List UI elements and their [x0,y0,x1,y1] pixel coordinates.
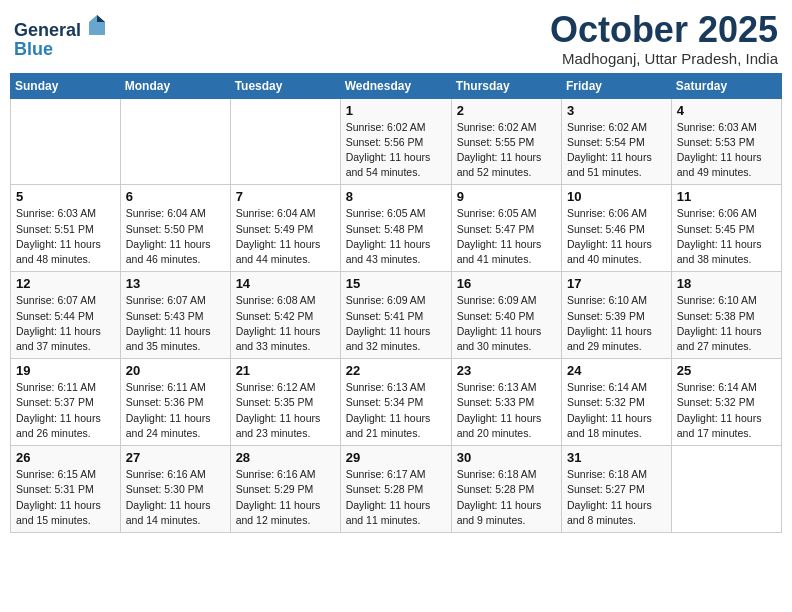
calendar-cell: 28Sunrise: 6:16 AMSunset: 5:29 PMDayligh… [230,446,340,533]
day-info: Sunrise: 6:18 AMSunset: 5:28 PMDaylight:… [457,467,556,528]
day-number: 22 [346,363,446,378]
calendar-cell [230,98,340,185]
day-info: Sunrise: 6:02 AMSunset: 5:54 PMDaylight:… [567,120,666,181]
day-number: 12 [16,276,115,291]
calendar-cell: 27Sunrise: 6:16 AMSunset: 5:30 PMDayligh… [120,446,230,533]
logo-text: General [14,14,106,41]
calendar-cell: 13Sunrise: 6:07 AMSunset: 5:43 PMDayligh… [120,272,230,359]
calendar-cell: 12Sunrise: 6:07 AMSunset: 5:44 PMDayligh… [11,272,121,359]
day-number: 7 [236,189,335,204]
calendar-cell: 4Sunrise: 6:03 AMSunset: 5:53 PMDaylight… [671,98,781,185]
day-number: 18 [677,276,776,291]
weekday-header: Thursday [451,73,561,98]
day-number: 31 [567,450,666,465]
day-number: 21 [236,363,335,378]
calendar-cell: 21Sunrise: 6:12 AMSunset: 5:35 PMDayligh… [230,359,340,446]
month-title: October 2025 [550,10,778,50]
calendar-cell: 11Sunrise: 6:06 AMSunset: 5:45 PMDayligh… [671,185,781,272]
calendar-cell: 2Sunrise: 6:02 AMSunset: 5:55 PMDaylight… [451,98,561,185]
day-info: Sunrise: 6:14 AMSunset: 5:32 PMDaylight:… [677,380,776,441]
day-number: 30 [457,450,556,465]
calendar-cell: 7Sunrise: 6:04 AMSunset: 5:49 PMDaylight… [230,185,340,272]
calendar-cell: 29Sunrise: 6:17 AMSunset: 5:28 PMDayligh… [340,446,451,533]
day-info: Sunrise: 6:11 AMSunset: 5:37 PMDaylight:… [16,380,115,441]
calendar-cell: 14Sunrise: 6:08 AMSunset: 5:42 PMDayligh… [230,272,340,359]
day-info: Sunrise: 6:07 AMSunset: 5:44 PMDaylight:… [16,293,115,354]
calendar-cell: 6Sunrise: 6:04 AMSunset: 5:50 PMDaylight… [120,185,230,272]
calendar-week-row: 26Sunrise: 6:15 AMSunset: 5:31 PMDayligh… [11,446,782,533]
day-number: 26 [16,450,115,465]
day-info: Sunrise: 6:13 AMSunset: 5:33 PMDaylight:… [457,380,556,441]
day-number: 3 [567,103,666,118]
day-info: Sunrise: 6:07 AMSunset: 5:43 PMDaylight:… [126,293,225,354]
calendar-cell: 20Sunrise: 6:11 AMSunset: 5:36 PMDayligh… [120,359,230,446]
day-info: Sunrise: 6:10 AMSunset: 5:38 PMDaylight:… [677,293,776,354]
day-number: 23 [457,363,556,378]
day-info: Sunrise: 6:02 AMSunset: 5:55 PMDaylight:… [457,120,556,181]
calendar-cell: 24Sunrise: 6:14 AMSunset: 5:32 PMDayligh… [562,359,672,446]
weekday-header: Friday [562,73,672,98]
calendar-cell: 3Sunrise: 6:02 AMSunset: 5:54 PMDaylight… [562,98,672,185]
weekday-header: Wednesday [340,73,451,98]
calendar-week-row: 19Sunrise: 6:11 AMSunset: 5:37 PMDayligh… [11,359,782,446]
logo-blue: Blue [14,39,106,60]
calendar-cell: 30Sunrise: 6:18 AMSunset: 5:28 PMDayligh… [451,446,561,533]
logo: General Blue [14,14,106,60]
calendar-week-row: 1Sunrise: 6:02 AMSunset: 5:56 PMDaylight… [11,98,782,185]
calendar: SundayMondayTuesdayWednesdayThursdayFrid… [10,73,782,533]
logo-icon [88,14,106,36]
weekday-header: Tuesday [230,73,340,98]
calendar-cell: 10Sunrise: 6:06 AMSunset: 5:46 PMDayligh… [562,185,672,272]
day-info: Sunrise: 6:12 AMSunset: 5:35 PMDaylight:… [236,380,335,441]
day-number: 2 [457,103,556,118]
day-number: 15 [346,276,446,291]
day-info: Sunrise: 6:15 AMSunset: 5:31 PMDaylight:… [16,467,115,528]
day-info: Sunrise: 6:04 AMSunset: 5:50 PMDaylight:… [126,206,225,267]
day-info: Sunrise: 6:16 AMSunset: 5:29 PMDaylight:… [236,467,335,528]
day-number: 13 [126,276,225,291]
day-number: 8 [346,189,446,204]
day-info: Sunrise: 6:08 AMSunset: 5:42 PMDaylight:… [236,293,335,354]
day-info: Sunrise: 6:13 AMSunset: 5:34 PMDaylight:… [346,380,446,441]
calendar-cell: 15Sunrise: 6:09 AMSunset: 5:41 PMDayligh… [340,272,451,359]
title-block: October 2025 Madhoganj, Uttar Pradesh, I… [550,10,778,67]
day-info: Sunrise: 6:06 AMSunset: 5:45 PMDaylight:… [677,206,776,267]
day-info: Sunrise: 6:17 AMSunset: 5:28 PMDaylight:… [346,467,446,528]
day-info: Sunrise: 6:04 AMSunset: 5:49 PMDaylight:… [236,206,335,267]
day-number: 1 [346,103,446,118]
day-number: 11 [677,189,776,204]
calendar-cell [120,98,230,185]
day-number: 24 [567,363,666,378]
day-number: 9 [457,189,556,204]
calendar-cell: 9Sunrise: 6:05 AMSunset: 5:47 PMDaylight… [451,185,561,272]
location: Madhoganj, Uttar Pradesh, India [550,50,778,67]
day-number: 19 [16,363,115,378]
day-info: Sunrise: 6:09 AMSunset: 5:40 PMDaylight:… [457,293,556,354]
day-info: Sunrise: 6:11 AMSunset: 5:36 PMDaylight:… [126,380,225,441]
day-info: Sunrise: 6:03 AMSunset: 5:53 PMDaylight:… [677,120,776,181]
calendar-cell [11,98,121,185]
day-info: Sunrise: 6:06 AMSunset: 5:46 PMDaylight:… [567,206,666,267]
day-info: Sunrise: 6:16 AMSunset: 5:30 PMDaylight:… [126,467,225,528]
day-info: Sunrise: 6:03 AMSunset: 5:51 PMDaylight:… [16,206,115,267]
day-info: Sunrise: 6:02 AMSunset: 5:56 PMDaylight:… [346,120,446,181]
day-number: 5 [16,189,115,204]
day-info: Sunrise: 6:09 AMSunset: 5:41 PMDaylight:… [346,293,446,354]
calendar-cell: 18Sunrise: 6:10 AMSunset: 5:38 PMDayligh… [671,272,781,359]
calendar-cell: 26Sunrise: 6:15 AMSunset: 5:31 PMDayligh… [11,446,121,533]
day-number: 17 [567,276,666,291]
day-number: 25 [677,363,776,378]
weekday-header: Sunday [11,73,121,98]
day-info: Sunrise: 6:05 AMSunset: 5:47 PMDaylight:… [457,206,556,267]
calendar-cell: 17Sunrise: 6:10 AMSunset: 5:39 PMDayligh… [562,272,672,359]
weekday-header: Saturday [671,73,781,98]
calendar-cell: 22Sunrise: 6:13 AMSunset: 5:34 PMDayligh… [340,359,451,446]
calendar-week-row: 12Sunrise: 6:07 AMSunset: 5:44 PMDayligh… [11,272,782,359]
day-number: 4 [677,103,776,118]
calendar-cell: 5Sunrise: 6:03 AMSunset: 5:51 PMDaylight… [11,185,121,272]
weekday-header: Monday [120,73,230,98]
calendar-cell: 31Sunrise: 6:18 AMSunset: 5:27 PMDayligh… [562,446,672,533]
calendar-cell [671,446,781,533]
day-info: Sunrise: 6:18 AMSunset: 5:27 PMDaylight:… [567,467,666,528]
calendar-week-row: 5Sunrise: 6:03 AMSunset: 5:51 PMDaylight… [11,185,782,272]
